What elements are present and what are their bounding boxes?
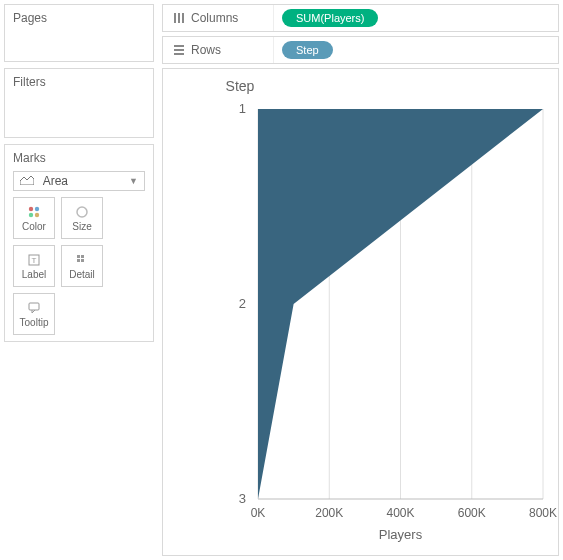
svg-text:T: T xyxy=(32,256,37,265)
rows-icon xyxy=(173,44,185,56)
marks-label-button[interactable]: T Label xyxy=(13,245,55,287)
area-icon xyxy=(20,175,34,185)
svg-rect-7 xyxy=(77,255,80,258)
marks-size-label: Size xyxy=(72,221,91,232)
rows-shelf[interactable]: Rows Step xyxy=(162,36,559,64)
shelves: Columns SUM(Players) Rows Step xyxy=(158,0,563,64)
marks-color-label: Color xyxy=(22,221,46,232)
x-tick-label: 800K xyxy=(529,506,557,520)
y-tick-label: 2 xyxy=(239,296,246,311)
svg-rect-12 xyxy=(174,13,176,23)
pages-panel: Pages xyxy=(4,4,154,62)
columns-icon xyxy=(173,12,185,24)
x-tick-label: 0K xyxy=(251,506,266,520)
columns-pill[interactable]: SUM(Players) xyxy=(282,9,378,27)
svg-rect-11 xyxy=(29,303,39,310)
chart-title: Step xyxy=(226,78,255,94)
marks-size-button[interactable]: Size xyxy=(61,197,103,239)
marks-grid: Color Size T Label xyxy=(13,197,145,335)
detail-icon xyxy=(75,253,89,267)
svg-point-0 xyxy=(29,206,33,210)
marks-color-button[interactable]: Color xyxy=(13,197,55,239)
svg-rect-17 xyxy=(174,53,184,55)
columns-shelf[interactable]: Columns SUM(Players) xyxy=(162,4,559,32)
svg-rect-13 xyxy=(178,13,180,23)
chevron-down-icon: ▼ xyxy=(129,176,138,186)
svg-point-1 xyxy=(35,206,39,210)
svg-rect-14 xyxy=(182,13,184,23)
x-tick-label: 200K xyxy=(315,506,343,520)
x-tick-label: 600K xyxy=(458,506,486,520)
chart-svg: Step0K200K400K600K800K123Players xyxy=(163,69,558,556)
y-tick-label: 3 xyxy=(239,491,246,506)
svg-rect-9 xyxy=(77,259,80,262)
label-icon: T xyxy=(27,253,41,267)
right-column: Columns SUM(Players) Rows Step Ste xyxy=(158,0,563,560)
columns-shelf-label: Columns xyxy=(191,11,238,25)
columns-shelf-body[interactable]: SUM(Players) xyxy=(274,5,558,31)
svg-rect-16 xyxy=(174,49,184,51)
left-sidebar: Pages Filters Marks Area ▼ xyxy=(0,0,158,560)
marks-label-label: Label xyxy=(22,269,46,280)
pages-title: Pages xyxy=(13,11,145,25)
svg-point-3 xyxy=(35,212,39,216)
svg-rect-15 xyxy=(174,45,184,47)
marks-title: Marks xyxy=(13,151,145,165)
rows-shelf-label-wrap: Rows xyxy=(163,37,274,63)
x-tick-label: 400K xyxy=(386,506,414,520)
mark-type-dropdown[interactable]: Area ▼ xyxy=(13,171,145,191)
marks-tooltip-label: Tooltip xyxy=(20,317,49,328)
svg-rect-8 xyxy=(81,255,84,258)
svg-rect-10 xyxy=(81,259,84,262)
mark-type-label: Area xyxy=(43,174,68,188)
svg-point-4 xyxy=(77,207,87,217)
tooltip-icon xyxy=(27,301,41,315)
filters-title: Filters xyxy=(13,75,145,89)
rows-shelf-body[interactable]: Step xyxy=(274,37,558,63)
size-icon xyxy=(75,205,89,219)
y-tick-label: 1 xyxy=(239,101,246,116)
marks-detail-label: Detail xyxy=(69,269,95,280)
marks-detail-button[interactable]: Detail xyxy=(61,245,103,287)
svg-point-2 xyxy=(29,212,33,216)
app-root: Pages Filters Marks Area ▼ xyxy=(0,0,563,560)
rows-pill[interactable]: Step xyxy=(282,41,333,59)
chart-viewport: Step0K200K400K600K800K123Players xyxy=(162,68,559,556)
filters-panel: Filters xyxy=(4,68,154,138)
columns-shelf-label-wrap: Columns xyxy=(163,5,274,31)
color-icon xyxy=(27,205,41,219)
marks-tooltip-button[interactable]: Tooltip xyxy=(13,293,55,335)
rows-shelf-label: Rows xyxy=(191,43,221,57)
marks-panel: Marks Area ▼ Color xyxy=(4,144,154,342)
x-axis-title: Players xyxy=(379,527,423,542)
